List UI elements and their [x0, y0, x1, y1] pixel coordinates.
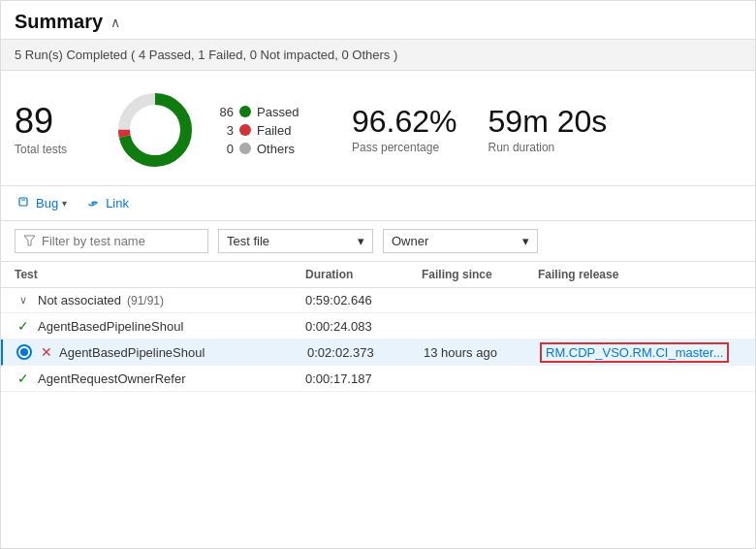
chart-legend: 86 Passed 3 Failed 0 Others	[214, 105, 321, 156]
test-name: AgentBasedPipelineShoul	[59, 345, 205, 360]
test-name: AgentRequestOwnerRefer	[38, 371, 185, 386]
run-duration-label: Run duration	[488, 141, 555, 154]
table-header: Test Duration Failing since Failing rele…	[1, 262, 755, 288]
test-cell: ✕ AgentBasedPipelineShoul	[16, 344, 307, 360]
test-cell: ✓ AgentBasedPipelineShoul	[15, 318, 305, 334]
col-header-duration: Duration	[305, 268, 422, 281]
run-duration-section: 59m 20s Run duration	[488, 106, 608, 154]
group-name: Not associated	[38, 293, 121, 307]
others-count: 0	[214, 142, 234, 156]
table-row[interactable]: ✕ AgentBasedPipelineShoul 0:02:02.373 13…	[1, 339, 755, 366]
col-header-test: Test	[15, 268, 305, 281]
table-row[interactable]: ✓ AgentRequestOwnerRefer 0:00:17.187	[1, 366, 755, 392]
duration-cell: 0:00:17.187	[305, 371, 422, 386]
link-icon	[86, 197, 102, 210]
passed-dot	[239, 106, 251, 117]
collapse-chevron[interactable]: ∧	[110, 15, 120, 30]
filter-input[interactable]	[42, 234, 197, 248]
pass-icon: ✓	[15, 371, 32, 386]
expand-icon: ∨	[15, 294, 32, 307]
failing-release-link[interactable]: RM.CDP_VSO.RM.CI_master...	[540, 342, 729, 363]
duration-cell: 0:59:02.646	[305, 293, 422, 307]
failed-label: Failed	[257, 123, 291, 138]
test-file-dropdown[interactable]: Test file ▾	[218, 229, 373, 253]
selected-ring	[16, 344, 32, 360]
passed-label: Passed	[257, 105, 299, 119]
actions-bar: Bug ▾ Link	[1, 186, 755, 221]
owner-dropdown[interactable]: Owner ▾	[383, 229, 538, 253]
table-body: ∨ Not associated(91/91) 0:59:02.646 ✓ Ag…	[1, 288, 755, 392]
table-row[interactable]: ∨ Not associated(91/91) 0:59:02.646	[1, 288, 755, 313]
col-header-failing-release: Failing release	[538, 268, 741, 281]
col-header-failing-since: Failing since	[422, 268, 538, 281]
legend-failed: 3 Failed	[214, 123, 321, 138]
svg-rect-4	[19, 198, 27, 206]
summary-banner: 5 Run(s) Completed ( 4 Passed, 1 Failed,…	[1, 40, 755, 71]
pass-percentage-section: 96.62% Pass percentage	[352, 106, 457, 154]
failed-dot	[239, 124, 251, 136]
test-cell: ✓ AgentRequestOwnerRefer	[15, 371, 305, 386]
others-label: Others	[257, 142, 295, 156]
fail-icon: ✕	[38, 344, 55, 360]
pass-percentage-value: 96.62%	[352, 106, 457, 137]
others-dot	[239, 143, 251, 154]
total-tests-number: 89	[15, 104, 53, 139]
table-row[interactable]: ✓ AgentBasedPipelineShoul 0:00:24.083	[1, 313, 755, 339]
bug-chevron-icon: ▾	[62, 198, 67, 209]
test-name: AgentBasedPipelineShoul	[38, 319, 183, 334]
total-tests-label: Total tests	[15, 143, 67, 156]
svg-marker-7	[24, 236, 35, 245]
stats-row: 89 Total tests 86 Passed	[1, 71, 755, 186]
filter-icon	[23, 235, 36, 247]
legend-passed: 86 Passed	[214, 105, 321, 119]
run-duration-value: 59m 20s	[488, 106, 608, 137]
bug-icon	[18, 197, 32, 210]
filter-row: Test file ▾ Owner ▾	[1, 221, 755, 262]
svg-point-3	[134, 109, 176, 151]
total-tests-section: 89 Total tests	[15, 104, 111, 156]
duration-cell: 0:00:24.083	[305, 319, 422, 334]
failed-count: 3	[214, 123, 234, 138]
link-button[interactable]: Link	[82, 194, 133, 212]
pass-percentage-label: Pass percentage	[352, 141, 439, 154]
test-file-chevron-icon: ▾	[358, 234, 364, 248]
failing-since-cell: 13 hours ago	[424, 345, 540, 360]
pass-icon: ✓	[15, 318, 32, 334]
group-count: (91/91)	[127, 294, 164, 307]
legend-others: 0 Others	[214, 142, 321, 156]
page-title: Summary	[15, 11, 103, 33]
duration-cell: 0:02:02.373	[307, 345, 424, 360]
filter-container[interactable]	[15, 229, 208, 253]
donut-chart	[111, 86, 199, 174]
test-cell: ∨ Not associated(91/91)	[15, 293, 305, 307]
passed-count: 86	[214, 105, 234, 119]
failing-release-cell: RM.CDP_VSO.RM.CI_master...	[540, 345, 741, 360]
bug-button[interactable]: Bug ▾	[15, 194, 71, 212]
owner-chevron-icon: ▾	[522, 234, 529, 248]
